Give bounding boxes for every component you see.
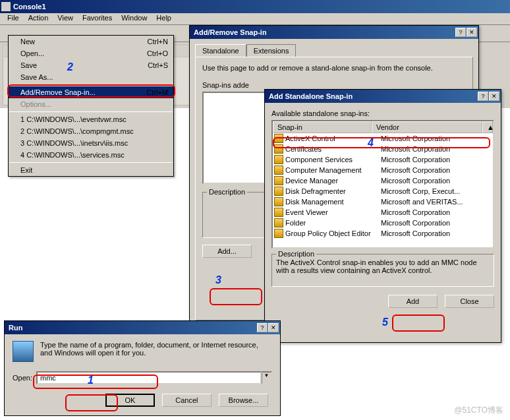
snapin-row[interactable]: CertificatesMicrosoft Corporation — [273, 144, 493, 154]
menu-save[interactable]: SaveCtrl+S — [9, 59, 173, 71]
snapin-row[interactable]: Device ManagerMicrosoft Corporation — [273, 175, 493, 186]
file-menu: NewCtrl+N Open...Ctrl+O SaveCtrl+S Save … — [8, 35, 174, 177]
addremove-title: Add/Remove Snap-in — [191, 28, 455, 36]
help-button[interactable]: ? — [455, 28, 466, 37]
run-title: Run — [6, 324, 257, 332]
snapin-icon — [274, 144, 283, 154]
list-header: Snap-in Vendor ▲ — [273, 121, 493, 133]
cancel-button[interactable]: Cancel — [162, 394, 212, 407]
menu-favorites[interactable]: Favorites — [78, 13, 117, 24]
menu-recent-2[interactable]: 2 C:\WINDOWS\...\compmgmt.msc — [9, 125, 173, 137]
close-button[interactable]: Close — [445, 295, 494, 308]
snapin-icon — [274, 197, 283, 206]
add-standalone-dialog: Add Standalone Snap-in ? ✕ Available sta… — [264, 89, 501, 343]
ok-button[interactable]: OK — [105, 394, 155, 407]
open-label: Open: — [13, 374, 32, 382]
dropdown-icon[interactable]: ▼ — [262, 371, 272, 384]
snapin-row[interactable]: Disk ManagementMicrosoft and VERITAS... — [273, 196, 493, 207]
run-dialog: Run ? ✕ Type the name of a program, fold… — [4, 320, 281, 416]
snapin-icon — [274, 187, 283, 196]
menu-recent-3[interactable]: 3 C:\WINDOWS\...\inetsrv\iis.msc — [9, 137, 173, 149]
anno-2: 2 — [67, 61, 73, 73]
menu-separator — [9, 111, 173, 112]
snapin-name: Device Manager — [285, 177, 381, 185]
anno-1: 1 — [88, 375, 94, 386]
menu-help[interactable]: Help — [152, 13, 176, 24]
snapin-name: Component Services — [285, 156, 381, 164]
menu-addremove-snapin[interactable]: Add/Remove Snap-in...Ctrl+M — [9, 86, 173, 98]
snapin-row[interactable]: ActiveX ControlMicrosoft Corporation — [273, 133, 493, 144]
browse-button[interactable]: Browse... — [219, 394, 268, 407]
close-button[interactable]: ✕ — [268, 323, 279, 332]
snapin-name: ActiveX Control — [285, 135, 381, 142]
anno-3: 3 — [215, 274, 221, 286]
help-button[interactable]: ? — [478, 92, 488, 101]
snapin-name: Certificates — [285, 145, 381, 153]
button-row: Add Close — [271, 295, 494, 308]
menu-view[interactable]: View — [53, 13, 78, 24]
run-icon — [13, 341, 34, 362]
description-label: Description — [276, 250, 316, 258]
watermark: @51CTO博客 — [454, 405, 503, 416]
menu-window[interactable]: Window — [117, 13, 152, 24]
run-body: Type the name of a program, folder, docu… — [5, 334, 280, 413]
snapin-vendor: Microsoft Corporation — [381, 229, 492, 237]
description-group: Description The ActiveX Control snap-in … — [271, 254, 494, 287]
help-button[interactable]: ? — [257, 323, 268, 332]
snapin-icon — [274, 165, 283, 175]
anno-4: 4 — [368, 137, 374, 149]
snapin-row[interactable]: Disk DefragmenterMicrosoft Corp, Execut.… — [273, 186, 493, 196]
snapin-vendor: Microsoft Corporation — [381, 219, 492, 227]
console-title: Console1 — [13, 3, 509, 11]
col-snapin[interactable]: Snap-in — [273, 121, 372, 133]
snapin-name: Event Viewer — [285, 208, 381, 216]
tab-standalone[interactable]: Standalone — [195, 44, 246, 57]
menu-exit[interactable]: Exit — [9, 164, 173, 176]
open-combo[interactable]: ▼ — [36, 371, 272, 384]
run-titlebar: Run ? ✕ — [5, 321, 280, 334]
col-vendor[interactable]: Vendor — [372, 121, 482, 133]
snapin-vendor: Microsoft Corporation — [381, 145, 492, 153]
snapin-row[interactable]: FolderMicrosoft Corporation — [273, 218, 493, 228]
snapin-name: Disk Defragmenter — [285, 187, 381, 195]
add-button[interactable]: Add... — [202, 245, 252, 258]
addremove-titlebar: Add/Remove Snap-in ? ✕ — [190, 26, 478, 39]
description-text: The ActiveX Control snap-in enables you … — [276, 258, 490, 274]
snapin-name: Disk Management — [285, 198, 381, 206]
menu-file[interactable]: File — [3, 13, 24, 24]
menu-recent-1[interactable]: 1 C:\WINDOWS\...\eventvwr.msc — [9, 113, 173, 125]
scroll-up-icon[interactable]: ▲ — [482, 121, 493, 133]
snapin-row[interactable]: Event ViewerMicrosoft Corporation — [273, 207, 493, 218]
snapin-vendor: Microsoft Corporation — [381, 208, 492, 216]
menu-recent-4[interactable]: 4 C:\WINDOWS\...\services.msc — [9, 149, 173, 161]
instruction-text: Use this page to add or remove a stand-a… — [202, 64, 466, 72]
close-button[interactable]: ✕ — [467, 28, 477, 37]
close-button[interactable]: ✕ — [489, 92, 499, 101]
snapin-name: Folder — [285, 219, 381, 227]
snapin-list[interactable]: Snap-in Vendor ▲ ActiveX ControlMicrosof… — [271, 120, 494, 249]
tab-extensions[interactable]: Extensions — [246, 44, 297, 57]
console-titlebar: Console1 — [0, 0, 510, 13]
menu-action[interactable]: Action — [24, 13, 53, 24]
snapin-row[interactable]: Component ServicesMicrosoft Corporation — [273, 154, 493, 165]
snapin-vendor: Microsoft Corporation — [381, 156, 492, 164]
menu-open[interactable]: Open...Ctrl+O — [9, 47, 173, 59]
menu-saveas[interactable]: Save As... — [9, 71, 173, 83]
snapin-icon — [274, 208, 283, 217]
snapin-icon — [274, 134, 283, 143]
snapin-icon — [274, 229, 283, 238]
menu-options[interactable]: Options... — [9, 98, 173, 110]
menu-separator — [9, 84, 173, 85]
snapin-row[interactable]: Computer ManagementMicrosoft Corporation — [273, 165, 493, 175]
anno-5: 5 — [382, 316, 388, 328]
app-icon — [1, 2, 11, 11]
snapin-icon — [274, 155, 283, 164]
snapin-row[interactable]: Group Policy Object EditorMicrosoft Corp… — [273, 228, 493, 239]
run-instruction: Type the name of a program, folder, docu… — [40, 341, 272, 357]
menu-new[interactable]: NewCtrl+N — [9, 36, 173, 47]
snapin-vendor: Microsoft Corporation — [381, 177, 492, 185]
menubar: File Action View Favorites Window Help — [0, 13, 510, 25]
open-input[interactable] — [36, 371, 262, 384]
add-button[interactable]: Add — [388, 295, 438, 308]
available-label: Available standalone snap-ins: — [271, 109, 494, 117]
